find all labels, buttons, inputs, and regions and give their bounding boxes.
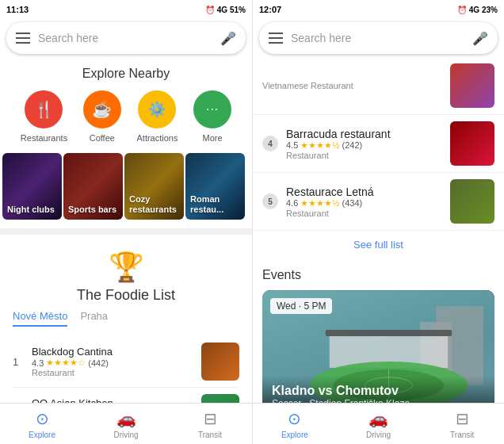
driving-label-right: Driving [366, 431, 391, 439]
restaurant-item-5[interactable]: 5 Restaurace Letná 4.6 ★★★★½ (434) Resta… [253, 173, 504, 231]
nav-driving-left[interactable]: 🚗 Driving [84, 404, 168, 444]
stars-1: ★★★★☆ [46, 358, 86, 368]
time-right: 12:07 [259, 5, 281, 14]
nav-explore-left[interactable]: ⊙ Explore [0, 404, 84, 444]
nav-transit-left[interactable]: ⊟ Transit [168, 404, 252, 444]
rating-value-1: 4.3 [32, 358, 44, 368]
left-scroll-content: Explore Nearby 🍴 Restaurants ☕ Coffee [0, 57, 252, 403]
time-left: 11:13 [6, 5, 29, 14]
category-icons-row: 🍴 Restaurants ☕ Coffee ⚙️ Attractions [0, 87, 252, 152]
nearby-card-roman[interactable]: Roman restau... [185, 153, 245, 220]
category-coffee[interactable]: ☕ Coffee [83, 90, 121, 143]
roman-label: Roman restau... [190, 194, 245, 215]
driving-icon-right: 🚗 [368, 409, 388, 428]
explore-icon-left: ⊙ [36, 409, 49, 428]
left-panel: 11:13 ⏰ 4G 51% Search here 🎤 Explore Nea… [0, 0, 252, 444]
event-sub: Soccer · Stadion Františka Kloze [272, 398, 485, 403]
vietnamese-label: Vietnamese Restaurant [262, 81, 442, 90]
foodie-tabs: Nové Město Praha [13, 310, 239, 327]
restaurant-info-2: QQ Asian Kitchen 4.8 ★★★★★ (59) Restaura… [32, 397, 193, 403]
nightclubs-label: Night clubs [7, 205, 55, 215]
reviews-5: (434) [342, 198, 362, 208]
search-input-right[interactable]: Search here [291, 32, 464, 44]
restaurant-item-2[interactable]: 2 QQ Asian Kitchen 4.8 ★★★★★ (59) Restau… [13, 388, 239, 403]
status-icons-right: ⏰ 4G 23% [457, 6, 498, 14]
category-restaurants[interactable]: 🍴 Restaurants [21, 90, 67, 143]
nearby-card-nightclubs[interactable]: Night clubs [2, 153, 62, 220]
transit-label-left: Transit [198, 431, 222, 439]
nav-transit-right[interactable]: ⊟ Transit [420, 404, 504, 444]
restaurants-circle: 🍴 [25, 90, 63, 128]
events-section: Events [253, 258, 504, 403]
stars-4: ★★★★½ [300, 140, 339, 151]
right-panel: 12:07 ⏰ 4G 23% Search here 🎤 Vietnamese … [252, 0, 504, 444]
network-left: 4G [217, 6, 227, 14]
explore-icon-right: ⊙ [288, 409, 301, 428]
battery-left: 51% [230, 6, 246, 14]
event-info: Kladno vs Chomutov Soccer · Stadion Fran… [262, 376, 494, 403]
rating-val-4: 4.5 [286, 140, 298, 150]
search-input-left[interactable]: Search here [38, 32, 212, 44]
restaurant-num-1: 1 [13, 356, 24, 368]
see-full-list-button[interactable]: See full list [253, 231, 504, 258]
event-card[interactable]: Wed · 5 PM Kladno vs Chomutov Soccer · S… [262, 290, 494, 403]
foodie-list-title: The Foodie List [77, 287, 175, 304]
restaurant-thumb-2 [201, 394, 239, 403]
bottom-nav-right: ⊙ Explore 🚗 Driving ⊟ Transit [253, 403, 504, 444]
svg-rect-3 [326, 330, 452, 336]
num-badge-5: 5 [262, 193, 278, 209]
restaurants-icon: 🍴 [34, 100, 54, 119]
num-badge-4: 4 [262, 136, 278, 151]
explore-label-left: Explore [29, 431, 55, 439]
restaurants-label: Restaurants [21, 133, 67, 143]
divider-1 [0, 228, 252, 235]
events-title: Events [262, 268, 494, 282]
partial-item-vietnamese[interactable]: Vietnamese Restaurant [253, 57, 504, 115]
search-bar-left[interactable]: Search here 🎤 [6, 22, 246, 54]
driving-icon-left: 🚗 [116, 409, 136, 428]
nav-explore-right[interactable]: ⊙ Explore [253, 404, 337, 444]
sportsbars-label: Sports bars [68, 205, 116, 215]
tab-nove-mesto[interactable]: Nové Město [13, 310, 67, 327]
coffee-label: Coffee [90, 133, 115, 143]
restaurant-item-1[interactable]: 1 Blackdog Cantina 4.3 ★★★★☆ (442) Resta… [13, 336, 239, 388]
restaurant-name-4: Barracuda restaurant [286, 128, 442, 140]
restaurant-name-5: Restaurace Letná [286, 186, 442, 198]
restaurant-name-1: Blackdog Cantina [32, 346, 193, 358]
partial-thumb-5 [450, 179, 494, 224]
transit-label-right: Transit [450, 431, 474, 439]
event-name: Kladno vs Chomutov [272, 384, 485, 398]
battery-right: 23% [482, 6, 498, 14]
transit-icon-right: ⊟ [456, 409, 469, 428]
partial-info-5: Restaurace Letná 4.6 ★★★★½ (434) Restaur… [286, 186, 442, 218]
coffee-icon: ☕ [92, 100, 112, 119]
restaurant-item-4[interactable]: 4 Barracuda restaurant 4.5 ★★★★½ (242) R… [253, 115, 504, 173]
rating-val-5: 4.6 [286, 198, 298, 208]
stars-5: ★★★★½ [300, 198, 339, 209]
restaurant-list: 1 Blackdog Cantina 4.3 ★★★★☆ (442) Resta… [13, 336, 239, 403]
restaurant-name-2: QQ Asian Kitchen [32, 397, 193, 403]
hamburger-icon-right[interactable] [269, 33, 283, 44]
restaurant-type-4: Restaurant [286, 151, 442, 160]
nav-driving-right[interactable]: 🚗 Driving [337, 404, 421, 444]
more-label: More [203, 133, 223, 143]
bottom-nav-left: ⊙ Explore 🚗 Driving ⊟ Transit [0, 403, 252, 444]
nearby-card-sportsbars[interactable]: Sports bars [63, 153, 123, 220]
category-more[interactable]: ··· More [193, 90, 231, 143]
reviews-1: (442) [88, 358, 109, 368]
nearby-card-cozy[interactable]: Cozy restaurants [124, 153, 184, 220]
search-bar-right[interactable]: Search here 🎤 [259, 22, 498, 54]
category-attractions[interactable]: ⚙️ Attractions [136, 90, 178, 143]
restaurant-thumb-1 [201, 343, 239, 381]
hamburger-icon-left[interactable] [16, 33, 30, 44]
attractions-circle: ⚙️ [138, 90, 176, 128]
mic-icon-right[interactable]: 🎤 [472, 31, 488, 46]
event-time-badge: Wed · 5 PM [270, 298, 332, 314]
restaurant-type-5: Restaurant [286, 209, 442, 218]
explore-label-right: Explore [281, 431, 308, 439]
more-icon: ··· [206, 102, 219, 117]
tab-praha[interactable]: Praha [80, 310, 108, 327]
mic-icon-left[interactable]: 🎤 [220, 31, 236, 46]
trophy-icon: 🏆 [109, 251, 144, 284]
more-circle: ··· [193, 90, 231, 128]
